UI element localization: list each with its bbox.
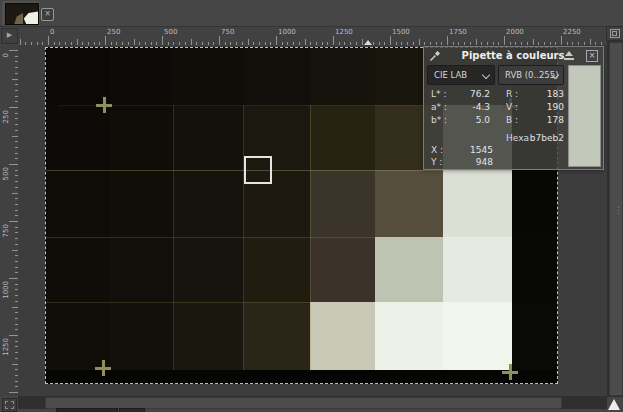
ruler-label: 1500	[392, 28, 410, 36]
lab-a-label: a* :	[431, 102, 447, 112]
statusbar-widget-stub	[56, 408, 118, 412]
ruler-tick	[447, 36, 448, 45]
pos-x-label: X :	[431, 145, 443, 155]
lab-l-label: L* :	[431, 89, 446, 99]
detach-bar	[564, 58, 574, 60]
rgb-b-value: 178	[524, 115, 564, 125]
ruler-tick	[9, 164, 18, 165]
chart-patch	[243, 302, 310, 370]
pipette-icon	[429, 50, 441, 62]
chart-patch	[173, 302, 243, 370]
lab-l-value: 76.2	[452, 89, 490, 99]
color-space-value: CIE LAB	[434, 70, 467, 80]
ruler-label: 750	[2, 224, 10, 237]
registration-plus-mark	[102, 360, 105, 376]
image-tab-bar: ×	[0, 0, 623, 27]
ruler-tick	[276, 36, 277, 45]
chart-patch	[46, 170, 110, 237]
close-dialog-icon[interactable]: ×	[586, 50, 598, 62]
rgb-v-value: 190	[524, 102, 564, 112]
ruler-tick	[9, 221, 18, 222]
registration-plus-mark	[103, 97, 106, 113]
chart-patch	[310, 302, 375, 370]
vertical-scrollbar[interactable]: ⋮	[607, 40, 623, 397]
ruler-label: 2000	[506, 28, 524, 36]
ruler-label: 1750	[449, 28, 467, 36]
detach-triangle	[565, 51, 573, 56]
chart-patch	[512, 237, 557, 302]
chart-patch	[173, 48, 243, 105]
picker-sample-region	[244, 156, 272, 184]
ruler-origin-button[interactable]: ▶	[1, 28, 18, 44]
dashboard-tab-icon[interactable]: ×	[41, 8, 54, 21]
detach-dialog-icon[interactable]	[563, 51, 575, 61]
picked-color-swatch	[568, 65, 601, 167]
chart-patch	[443, 170, 512, 237]
chart-patch	[110, 48, 173, 105]
ruler-tick	[9, 335, 18, 336]
dialog-title: Pipette à couleurs	[448, 50, 578, 61]
rgb-b-label: B :	[506, 115, 518, 125]
lab-a-value: -4.3	[452, 102, 490, 112]
chart-patch	[310, 105, 375, 170]
rgb-r-value: 183	[524, 89, 564, 99]
image-thumbnail[interactable]	[5, 3, 39, 25]
gimp-window: × ▶ 0250500750100012501500175020002250 0…	[0, 0, 623, 412]
chart-patch	[110, 370, 173, 383]
vertical-scrollbar-thumb[interactable]: ⋮	[609, 42, 623, 396]
thumbnail-midtone-region	[14, 13, 23, 25]
color-space-dropdown[interactable]: CIE LAB	[427, 65, 495, 85]
ruler-tick	[9, 392, 18, 393]
ruler-tick	[162, 36, 163, 45]
ruler-tick	[561, 36, 562, 45]
chart-patch	[173, 237, 243, 302]
ruler-tick	[48, 36, 49, 45]
quick-mask-toggle[interactable]	[2, 398, 17, 412]
chart-patch	[443, 302, 512, 370]
registration-plus-mark	[509, 364, 512, 380]
rgb-v-label: V :	[506, 102, 518, 112]
ruler-label: 1250	[2, 338, 10, 356]
chart-patch	[243, 237, 310, 302]
chart-patch	[110, 302, 173, 370]
rgb-r-label: R :	[506, 89, 518, 99]
ruler-tick	[333, 36, 334, 45]
lab-b-label: b* :	[431, 115, 447, 125]
chart-patch	[46, 302, 110, 370]
ruler-tick	[9, 107, 18, 108]
ruler-label: 250	[107, 28, 120, 36]
color-model-dropdown[interactable]: RVB (0..255)	[498, 65, 564, 85]
chart-patch	[110, 237, 173, 302]
zoom-on-resize-button[interactable]	[606, 26, 623, 41]
chart-patch	[110, 170, 173, 237]
vertical-ruler[interactable]: 025050075010001250	[0, 45, 19, 396]
ruler-label: 500	[164, 28, 177, 36]
chart-patch	[512, 302, 557, 370]
chart-patch	[173, 370, 243, 383]
chart-patch	[512, 370, 557, 383]
color-picker-dialog[interactable]: Pipette à couleurs × CIE LAB RVB (0..255…	[423, 46, 604, 170]
ruler-tick	[390, 36, 391, 45]
quick-mask-icon	[5, 401, 14, 409]
chart-patch	[310, 370, 375, 383]
chart-patch	[173, 105, 243, 170]
chart-patch	[46, 237, 110, 302]
chart-grid-line	[46, 302, 310, 303]
chart-patch	[310, 237, 375, 302]
ruler-label: 1250	[335, 28, 353, 36]
chart-patch	[375, 302, 443, 370]
zoom-on-resize-icon-inner	[612, 31, 617, 36]
chart-patch	[46, 370, 110, 383]
chart-patch	[375, 237, 443, 302]
chart-patch	[310, 170, 375, 237]
ruler-label: 500	[2, 167, 10, 180]
chart-patch	[243, 48, 310, 105]
ruler-label: 2250	[563, 28, 581, 36]
ruler-label: 1000	[2, 281, 10, 299]
ruler-tick	[9, 278, 18, 279]
image-tab[interactable]	[2, 1, 40, 25]
chart-patch	[310, 48, 375, 105]
lab-b-value: 5.0	[452, 115, 490, 125]
horizontal-ruler[interactable]: 0250500750100012501500175020002250	[18, 27, 607, 46]
chevron-down-icon	[482, 71, 490, 79]
